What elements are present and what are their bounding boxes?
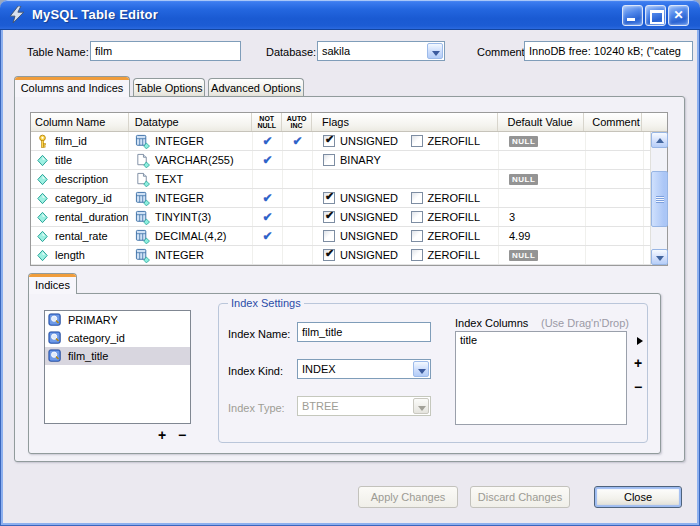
unsigned-checkbox[interactable] [323, 211, 335, 223]
zerofill-checkbox[interactable] [411, 249, 423, 261]
default-value-cell[interactable] [499, 151, 586, 169]
index-kind-select[interactable]: INDEX [297, 359, 431, 379]
not-null-cell[interactable]: ✔ [253, 208, 283, 226]
column-name-cell[interactable]: rental_rate [31, 227, 129, 245]
chevron-down-icon[interactable] [413, 361, 429, 377]
zerofill-checkbox[interactable] [411, 230, 423, 242]
table-row[interactable]: rental_rate DECIMAL(4,2) ✔ UNSIGNEDZEROF… [31, 227, 652, 246]
add-index-column-button[interactable]: + [634, 357, 642, 369]
scrollbar-thumb[interactable] [651, 171, 668, 227]
column-name-cell[interactable]: film_id [31, 132, 129, 150]
auto-inc-cell[interactable] [283, 227, 313, 245]
table-row[interactable]: title VARCHAR(255) ✔ BINARY [31, 151, 652, 170]
not-null-cell[interactable] [253, 246, 283, 264]
header-auto-inc[interactable]: AUTOINC [282, 113, 312, 131]
index-columns-list[interactable]: title [455, 331, 627, 425]
table-row[interactable]: category_id INTEGER ✔ UNSIGNEDZEROFILL [31, 189, 652, 208]
auto-inc-cell[interactable] [283, 170, 313, 188]
comment-cell[interactable] [586, 208, 644, 226]
discard-changes-button[interactable]: Discard Changes [470, 486, 570, 508]
scroll-down-icon[interactable] [651, 249, 668, 265]
datatype-cell[interactable]: INTEGER [129, 246, 253, 264]
default-value-cell[interactable]: 4.99 [499, 227, 586, 245]
table-row[interactable]: rental_duration TINYINT(3) ✔ UNSIGNEDZER… [31, 208, 652, 227]
datatype-cell[interactable]: INTEGER [129, 189, 253, 207]
unsigned-checkbox[interactable] [323, 230, 335, 242]
default-value-cell[interactable]: NULL [499, 170, 586, 188]
comment-cell[interactable] [586, 227, 644, 245]
add-index-button[interactable]: + [158, 429, 166, 441]
tab-advanced-options[interactable]: Advanced Options [208, 78, 304, 97]
not-null-cell[interactable] [253, 170, 283, 188]
comment-cell[interactable] [586, 132, 644, 150]
chevron-down-icon[interactable] [427, 43, 443, 59]
column-name-cell[interactable]: description [31, 170, 129, 188]
maximize-icon[interactable] [645, 5, 666, 26]
comment-cell[interactable] [586, 246, 644, 264]
remove-index-button[interactable]: − [178, 429, 186, 441]
tab-columns-and-indices[interactable]: Columns and Indices [14, 76, 130, 97]
zerofill-checkbox[interactable] [411, 192, 423, 204]
flag-label: ZEROFILL [428, 249, 481, 261]
not-null-cell[interactable]: ✔ [253, 151, 283, 169]
datatype-cell[interactable]: TINYINT(3) [129, 208, 253, 226]
default-value-cell[interactable] [499, 189, 586, 207]
comment-cell[interactable] [586, 189, 644, 207]
auto-inc-cell[interactable] [283, 246, 313, 264]
database-select[interactable]: sakila [317, 41, 445, 61]
header-flags[interactable]: Flags [312, 113, 497, 131]
not-null-cell[interactable]: ✔ [253, 132, 283, 150]
comment-cell[interactable] [586, 170, 644, 188]
column-name-cell[interactable]: rental_duration [31, 208, 129, 226]
zerofill-checkbox[interactable] [411, 211, 423, 223]
move-column-icon[interactable] [637, 337, 643, 345]
unsigned-checkbox[interactable] [323, 249, 335, 261]
header-column-name[interactable]: Column Name [31, 113, 129, 131]
index-item-primary[interactable]: PRIMARY [45, 311, 190, 329]
column-name-cell[interactable]: category_id [31, 189, 129, 207]
column-name-cell[interactable]: title [31, 151, 129, 169]
unsigned-checkbox[interactable] [323, 135, 335, 147]
auto-inc-cell[interactable] [283, 208, 313, 226]
index-name-input[interactable]: film_title [297, 322, 431, 342]
datatype-cell[interactable]: VARCHAR(255) [129, 151, 253, 169]
datatype-cell[interactable]: DECIMAL(4,2) [129, 227, 253, 245]
index-item-film_title[interactable]: film_title [45, 347, 190, 365]
header-datatype[interactable]: Datatype [129, 113, 253, 131]
tab-table-options[interactable]: Table Options [133, 78, 205, 97]
header-not-null[interactable]: NOTNULL [252, 113, 282, 131]
unsigned-checkbox[interactable] [323, 192, 335, 204]
not-null-cell[interactable]: ✔ [253, 189, 283, 207]
auto-inc-cell[interactable] [283, 189, 313, 207]
apply-changes-button[interactable]: Apply Changes [358, 486, 458, 508]
datatype-cell[interactable]: TEXT [129, 170, 253, 188]
column-name-cell[interactable]: length [31, 246, 129, 264]
header-default-value[interactable]: Default Value [498, 113, 585, 131]
datatype-cell[interactable]: INTEGER [129, 132, 253, 150]
header-comment[interactable]: Comment [584, 113, 642, 131]
default-value-cell[interactable]: NULL [499, 246, 586, 264]
column-name: film_id [55, 135, 87, 147]
tab-indices[interactable]: Indices [28, 273, 77, 294]
table-name-input[interactable]: film [90, 41, 241, 61]
auto-inc-cell[interactable] [283, 151, 313, 169]
binary-checkbox[interactable] [323, 154, 335, 166]
minimize-icon[interactable] [622, 5, 643, 26]
vertical-scrollbar[interactable] [650, 132, 667, 265]
close-icon[interactable] [668, 5, 689, 26]
not-null-cell[interactable]: ✔ [253, 227, 283, 245]
comment-cell[interactable] [586, 151, 644, 169]
default-value-cell[interactable]: NULL [499, 132, 586, 150]
table-row[interactable]: length INTEGER UNSIGNEDZEROFILL NULL [31, 246, 652, 265]
table-row[interactable]: film_id INTEGER ✔ ✔ UNSIGNEDZEROFILL NUL… [31, 132, 652, 151]
table-row[interactable]: description TEXT NULL [31, 170, 652, 189]
comment-input[interactable]: InnoDB free: 10240 kB; ("categ [524, 41, 693, 61]
remove-index-column-button[interactable]: − [634, 381, 642, 393]
default-value-cell[interactable]: 3 [499, 208, 586, 226]
scroll-up-icon[interactable] [651, 132, 668, 148]
close-button[interactable]: Close [594, 486, 682, 508]
index-item-category_id[interactable]: category_id [45, 329, 190, 347]
index-column-item[interactable]: title [456, 332, 626, 348]
auto-inc-cell[interactable]: ✔ [283, 132, 313, 150]
zerofill-checkbox[interactable] [411, 135, 423, 147]
